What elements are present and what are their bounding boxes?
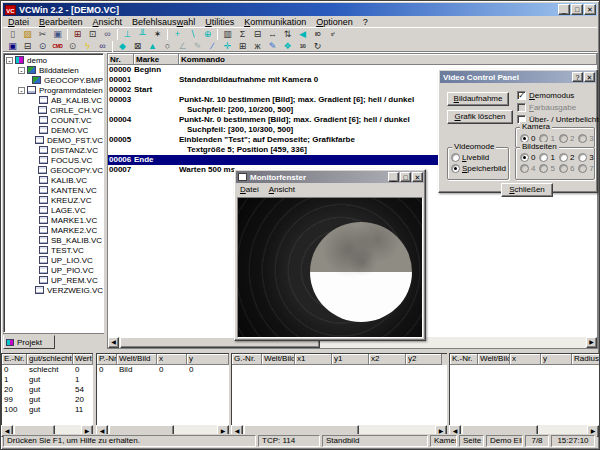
crosshair-icon[interactable]: + bbox=[170, 28, 185, 40]
radio-icon[interactable] bbox=[539, 153, 548, 162]
column-radius[interactable]: Radius bbox=[572, 354, 599, 365]
monitor-menu-datei[interactable]: Datei bbox=[235, 185, 264, 194]
table-row[interactable]: 99gut20 bbox=[2, 395, 93, 405]
io-monitor-icon[interactable]: 1/0 bbox=[295, 40, 310, 52]
menu-befehlsauswahl[interactable]: Befehlsauswahl bbox=[127, 17, 200, 27]
checkbox-demomodus[interactable]: ✓Demomodus bbox=[517, 90, 574, 100]
scroll-right-icon[interactable]: ▶ bbox=[586, 337, 597, 348]
menu-datei[interactable]: Datei bbox=[3, 17, 34, 27]
robot-icon[interactable]: ж bbox=[250, 40, 265, 52]
tree-item-marke2-vc[interactable]: MARKE2.VC bbox=[4, 225, 103, 235]
digital-io-icon[interactable]: I/O bbox=[310, 28, 325, 40]
print-icon[interactable]: ⊟ bbox=[20, 40, 35, 52]
circle-tool-icon[interactable]: ○ bbox=[160, 40, 175, 52]
menu-ansicht[interactable]: Ansicht bbox=[88, 17, 128, 27]
column-g-nr[interactable]: G.-Nr. bbox=[232, 354, 262, 365]
point-marker-icon[interactable]: ◆ bbox=[115, 40, 130, 52]
column-x2[interactable]: x2 bbox=[369, 354, 406, 365]
arrow-horizontal-icon[interactable]: ↔ bbox=[265, 28, 280, 40]
refresh-icon[interactable]: ↻ bbox=[310, 40, 325, 52]
bildaufnahme-button[interactable]: Bildaufnahme bbox=[447, 92, 509, 106]
cmd-sel-icon[interactable]: CMD bbox=[50, 40, 65, 52]
column-y[interactable]: y bbox=[187, 354, 229, 365]
table-row[interactable]: 0schlecht0 bbox=[2, 365, 93, 375]
column-k-nr[interactable]: K.-Nr. bbox=[450, 354, 478, 365]
monitor-minimize-button[interactable]: _ bbox=[388, 172, 399, 182]
column-x[interactable]: x bbox=[157, 354, 187, 365]
tree-item-focus-vc[interactable]: FOCUS.VC bbox=[4, 155, 103, 165]
column-marke[interactable]: Marke bbox=[134, 54, 179, 65]
radio-icon[interactable] bbox=[578, 153, 587, 162]
tree-item-geocopy-vc[interactable]: GEOCOPY.VC bbox=[4, 165, 103, 175]
tree-expander-icon[interactable]: - bbox=[18, 87, 25, 94]
camera-icon[interactable]: ⊙ bbox=[65, 40, 80, 52]
paste-icon[interactable]: ▣ bbox=[50, 28, 65, 40]
line-blue-icon[interactable]: ∕ bbox=[205, 40, 220, 52]
column-p-nr[interactable]: P.-Nr. bbox=[97, 354, 117, 365]
image-window-icon[interactable]: ⊠ bbox=[130, 40, 145, 52]
tree-item-kanten-vc[interactable]: KANTEN.VC bbox=[4, 185, 103, 195]
tree-item-distanz-vc[interactable]: DISTANZ.VC bbox=[4, 145, 103, 155]
grafik-loeschen-button[interactable]: Grafik löschen bbox=[447, 110, 513, 124]
tree-item-test-vc[interactable]: TEST.VC bbox=[4, 245, 103, 255]
script-icon[interactable]: s³ bbox=[325, 28, 340, 40]
table-row[interactable]: 0Bild00 bbox=[97, 365, 229, 375]
tab-projekt[interactable]: Projekt bbox=[3, 335, 55, 349]
tree-item-sb-kalib-vc[interactable]: SB_KALIB.VC bbox=[4, 235, 103, 245]
radio-kamera-3[interactable]: 3 bbox=[578, 134, 593, 143]
radio-bildseiten-0[interactable]: 0 bbox=[520, 153, 535, 162]
radio-icon[interactable] bbox=[559, 134, 568, 143]
close-button[interactable]: ✕ bbox=[584, 4, 596, 15]
column-welt-bild[interactable]: Welt/Bild bbox=[117, 354, 157, 365]
monitor-transfer-icon[interactable]: ⊟ bbox=[250, 28, 265, 40]
radio-videomode-livebild[interactable]: Livebild bbox=[451, 153, 489, 162]
radio-icon[interactable] bbox=[451, 153, 460, 162]
radio-bildseiten-2[interactable]: 2 bbox=[559, 153, 574, 162]
pen-icon[interactable]: ✎ bbox=[265, 40, 280, 52]
radio-icon[interactable] bbox=[520, 164, 529, 173]
grayscale-icon[interactable]: ▥ bbox=[220, 28, 235, 40]
menu-kommunikation[interactable]: Kommunikation bbox=[239, 17, 311, 27]
link-icon[interactable]: ∞ bbox=[100, 28, 115, 40]
counter-icon[interactable]: ⇅ bbox=[280, 28, 295, 40]
save-icon[interactable]: ▣ bbox=[5, 40, 20, 52]
radio-bildseiten-7[interactable]: 7 bbox=[578, 164, 593, 173]
monitor-live-icon[interactable]: ⊞ bbox=[235, 40, 250, 52]
edge-detect-icon[interactable]: ⊥ bbox=[120, 28, 135, 40]
column-y1[interactable]: y1 bbox=[332, 354, 369, 365]
menu-utilities[interactable]: Utilities bbox=[200, 17, 239, 27]
schliessen-button[interactable]: Schließen bbox=[501, 183, 553, 197]
camera-monitor-icon[interactable]: ⊞ bbox=[70, 28, 85, 40]
cut-icon[interactable]: ✂ bbox=[35, 28, 50, 40]
line-tool-icon[interactable]: ∖ bbox=[185, 28, 200, 40]
column-gut-schlecht[interactable]: gut/schlecht bbox=[27, 354, 73, 365]
target-icon[interactable]: ⊕ bbox=[200, 28, 215, 40]
audio-icon[interactable]: ◀ bbox=[295, 28, 310, 40]
checkbox-box-icon[interactable]: ✓ bbox=[517, 91, 526, 100]
column-e-nr[interactable]: E.-Nr. bbox=[2, 354, 27, 365]
shape-tool-icon[interactable]: ✎ bbox=[190, 40, 205, 52]
tree-item-geocopy-bmp[interactable]: GEOCOPY.BMP bbox=[4, 75, 103, 85]
minimize-button[interactable]: _ bbox=[558, 4, 570, 15]
tree-expander-icon[interactable]: - bbox=[18, 67, 25, 74]
flash-icon[interactable]: ϟ bbox=[80, 40, 95, 52]
monitor-icon[interactable]: ⊡ bbox=[85, 28, 100, 40]
tree-item-kreuz-vc[interactable]: KREUZ.VC bbox=[4, 195, 103, 205]
menu-item[interactable]: ? bbox=[358, 17, 373, 27]
radio-icon[interactable] bbox=[578, 134, 587, 143]
angle-tool-icon[interactable]: ∠ bbox=[175, 40, 190, 52]
radio-icon[interactable] bbox=[539, 164, 548, 173]
column-nr[interactable]: Nr. bbox=[108, 54, 134, 65]
maximize-button[interactable]: □ bbox=[571, 4, 583, 15]
monitor-close-button[interactable]: ✕ bbox=[412, 172, 423, 182]
radio-bildseiten-1[interactable]: 1 bbox=[539, 153, 554, 162]
rotate-tool-icon[interactable]: ✛ bbox=[220, 40, 235, 52]
column-wert[interactable]: Wert bbox=[73, 354, 93, 365]
menu-optionen[interactable]: Optionen bbox=[311, 17, 358, 27]
radio-bildseiten-6[interactable]: 6 bbox=[559, 164, 574, 173]
radio-icon[interactable] bbox=[559, 153, 568, 162]
tree-item-up-pio-vc[interactable]: UP_PIO.VC bbox=[4, 265, 103, 275]
tree-item-verzweig-vc[interactable]: VERZWEIG.VC bbox=[4, 285, 103, 295]
table-row[interactable]: 100gut11 bbox=[2, 405, 93, 415]
radio-icon[interactable] bbox=[578, 164, 587, 173]
